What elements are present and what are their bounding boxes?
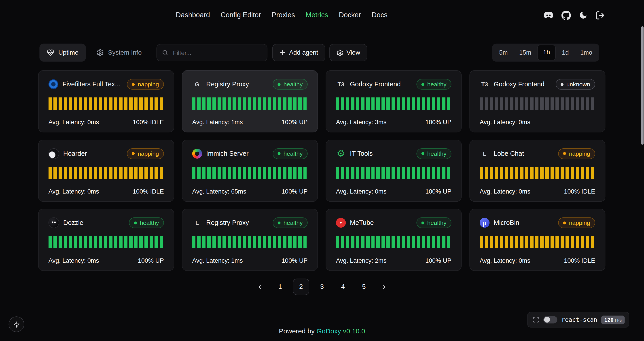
page-4[interactable]: 4	[335, 278, 351, 295]
service-card-metube[interactable]: ▼ MeTube healthy Avg. Latency: 2ms 100% …	[326, 209, 462, 271]
service-name: Immich Server	[206, 150, 269, 157]
service-card-godoxy-frontend-unknown[interactable]: T3 Godoxy Frontend unknown Avg. Latency:…	[469, 70, 605, 132]
godoxy-frontend-icon: T3	[480, 79, 490, 89]
toggle-knob	[544, 317, 550, 323]
page-2[interactable]: 2	[293, 278, 309, 295]
uptime-bars[interactable]	[480, 97, 595, 110]
uptime-cards-grid: Fivefilters Full Tex... napping Avg. Lat…	[38, 70, 605, 271]
range-1d[interactable]: 1d	[556, 45, 574, 60]
version-link[interactable]: v0.10.0	[343, 327, 365, 334]
uptime-bars[interactable]	[480, 236, 595, 248]
tab-system-info[interactable]: System Info	[91, 44, 147, 62]
tab-uptime[interactable]: Uptime	[39, 44, 86, 62]
uptime-bars[interactable]	[480, 167, 595, 179]
powered-by-text: Powered by	[279, 327, 314, 334]
godoxy-metrics-page: Dashboard Config Editor Proxies Metrics …	[0, 0, 644, 341]
uptime-bars[interactable]	[48, 97, 164, 110]
uptime-percent-label: 100% IDLE	[564, 257, 595, 264]
service-card-immich[interactable]: Immich Server healthy Avg. Latency: 65ms…	[182, 140, 318, 202]
status-badge: healthy	[129, 217, 164, 228]
status-dot	[134, 221, 137, 224]
service-name: Godoxy Frontend	[350, 81, 412, 88]
service-card-registry-proxy[interactable]: G Registry Proxy healthy Avg. Latency: 1…	[182, 70, 318, 132]
service-card-it-tools[interactable]: ⚙ IT Tools healthy Avg. Latency: 0ms 100…	[326, 140, 462, 202]
nav-dashboard[interactable]: Dashboard	[176, 11, 210, 20]
page-3[interactable]: 3	[314, 278, 330, 295]
uptime-bars[interactable]	[336, 236, 451, 248]
service-name: Registry Proxy	[206, 81, 269, 88]
service-card-hoarder[interactable]: Hoarder napping Avg. Latency: 0ms 100% I…	[38, 140, 174, 202]
service-name: MeTube	[350, 219, 412, 226]
react-scan-toggle[interactable]	[544, 316, 557, 323]
immich-icon	[192, 149, 202, 158]
add-agent-button[interactable]: Add agent	[272, 44, 325, 61]
logout-icon[interactable]	[596, 11, 605, 20]
scrollbar-thumb[interactable]	[641, 27, 644, 145]
page-5[interactable]: 5	[356, 278, 372, 295]
page-1[interactable]: 1	[272, 278, 288, 295]
status-dot	[422, 83, 424, 86]
service-card-godoxy-frontend[interactable]: T3 Godoxy Frontend healthy Avg. Latency:…	[326, 70, 462, 132]
status-badge: healthy	[273, 148, 308, 159]
uptime-bars[interactable]	[48, 236, 164, 248]
uptime-bars[interactable]	[192, 167, 308, 179]
uptime-percent-label: 100% IDLE	[132, 187, 164, 194]
nav-docker[interactable]: Docker	[339, 11, 361, 20]
nav-metrics[interactable]: Metrics	[306, 11, 328, 20]
react-scan-label: react-scan	[562, 316, 597, 323]
service-card-microbin[interactable]: μ MicroBin napping Avg. Latency: 0ms 100…	[469, 209, 605, 271]
fps-value: 120	[604, 317, 613, 323]
dozzle-icon	[48, 217, 59, 228]
service-card-dozzle[interactable]: Dozzle healthy Avg. Latency: 0ms 100% UP	[38, 209, 174, 271]
uptime-bars[interactable]	[336, 167, 451, 179]
service-name: Fivefilters Full Tex...	[62, 81, 123, 88]
status-badge: healthy	[273, 79, 308, 90]
uptime-percent-label: 100% UP	[425, 118, 451, 125]
service-card-lobe-chat[interactable]: L Lobe Chat napping Avg. Latency: 0ms 10…	[469, 140, 605, 202]
status-dot	[132, 152, 135, 155]
nav-proxies[interactable]: Proxies	[272, 11, 295, 20]
latency-label: Avg. Latency: 0ms	[48, 187, 99, 194]
zap-icon	[13, 321, 20, 328]
uptime-percent-label: 100% IDLE	[132, 118, 164, 125]
nav-icons	[544, 0, 605, 31]
range-5m[interactable]: 5m	[494, 45, 513, 60]
react-scan-toolbar[interactable]: react-scan 120 FPS	[527, 312, 629, 327]
status-badge: napping	[558, 217, 595, 228]
status-badge: healthy	[416, 79, 452, 90]
latency-label: Avg. Latency: 0ms	[336, 187, 386, 194]
view-button[interactable]: View	[329, 44, 367, 61]
uptime-bars[interactable]	[192, 236, 308, 248]
status-badge: healthy	[416, 217, 452, 228]
quick-actions-button[interactable]	[9, 316, 24, 332]
range-1mo[interactable]: 1mo	[575, 45, 598, 60]
add-agent-label: Add agent	[289, 49, 318, 56]
inspect-icon[interactable]	[533, 316, 539, 323]
status-dot	[563, 152, 566, 155]
github-icon[interactable]	[562, 11, 571, 20]
next-page-icon[interactable]	[376, 278, 391, 295]
service-name: Dozzle	[63, 219, 125, 226]
moon-theme-icon[interactable]	[579, 11, 588, 20]
service-name: MicroBin	[494, 219, 554, 226]
discord-icon[interactable]	[544, 10, 554, 20]
nav-docs[interactable]: Docs	[372, 11, 388, 20]
range-15m[interactable]: 15m	[514, 45, 536, 60]
uptime-bars[interactable]	[48, 167, 164, 179]
godoxy-link[interactable]: GoDoxy	[317, 327, 341, 334]
service-card-registry-proxy-2[interactable]: L Registry Proxy healthy Avg. Latency: 1…	[182, 209, 318, 271]
service-name: IT Tools	[350, 150, 412, 157]
metube-icon: ▼	[336, 218, 346, 228]
uptime-percent-label: 100% UP	[425, 187, 451, 194]
uptime-bars[interactable]	[336, 97, 451, 110]
service-card-fivefilters[interactable]: Fivefilters Full Tex... napping Avg. Lat…	[38, 70, 174, 132]
filter-input[interactable]	[172, 49, 262, 57]
prev-page-icon[interactable]	[253, 278, 268, 295]
uptime-bars[interactable]	[192, 97, 308, 110]
nav-config-editor[interactable]: Config Editor	[221, 11, 261, 20]
range-1h[interactable]: 1h	[537, 45, 556, 60]
service-name: Hoarder	[63, 150, 123, 157]
plus-icon	[279, 49, 286, 56]
latency-label: Avg. Latency: 1ms	[192, 118, 243, 125]
status-badge: unknown	[556, 79, 595, 90]
